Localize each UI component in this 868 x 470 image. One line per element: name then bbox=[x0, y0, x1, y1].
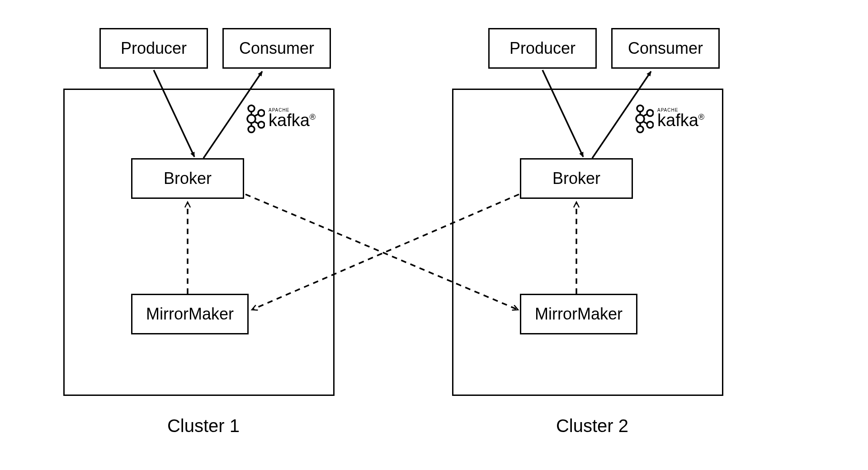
svg-line-8 bbox=[255, 122, 259, 124]
svg-point-10 bbox=[636, 115, 644, 123]
svg-line-16 bbox=[643, 114, 647, 116]
cluster1-label: Cluster 1 bbox=[154, 416, 253, 436]
svg-point-4 bbox=[258, 122, 264, 128]
kafka-main-text: kafka® bbox=[269, 111, 316, 130]
svg-point-13 bbox=[647, 122, 653, 128]
svg-point-12 bbox=[647, 110, 653, 116]
cluster2-container bbox=[452, 89, 723, 396]
cluster2-consumer-box: Consumer bbox=[611, 28, 720, 69]
broker-label: Broker bbox=[552, 169, 600, 188]
kafka-icon bbox=[634, 104, 654, 134]
kafka-logo-2: APACHE kafka® bbox=[634, 104, 704, 134]
mirror-label: MirrorMaker bbox=[535, 305, 623, 324]
producer-label: Producer bbox=[121, 39, 187, 58]
broker-label: Broker bbox=[164, 169, 212, 188]
cluster1-consumer-box: Consumer bbox=[222, 28, 331, 69]
svg-line-7 bbox=[255, 114, 259, 116]
svg-point-0 bbox=[248, 105, 255, 112]
mirror-label: MirrorMaker bbox=[146, 305, 234, 324]
diagram-canvas: Producer Consumer Broker MirrorMaker Pro… bbox=[0, 0, 868, 470]
cluster1-broker-box: Broker bbox=[131, 158, 244, 199]
cluster2-broker-box: Broker bbox=[520, 158, 633, 199]
cluster2-label: Cluster 2 bbox=[542, 416, 642, 436]
svg-point-9 bbox=[637, 105, 643, 112]
cluster1-container bbox=[63, 89, 335, 396]
svg-point-3 bbox=[258, 110, 264, 116]
cluster2-producer-box: Producer bbox=[488, 28, 597, 69]
consumer-label: Consumer bbox=[628, 39, 703, 58]
kafka-logo-1: APACHE kafka® bbox=[245, 104, 316, 134]
svg-point-11 bbox=[637, 126, 643, 132]
cluster2-mirror-box: MirrorMaker bbox=[520, 294, 637, 334]
cluster1-mirror-box: MirrorMaker bbox=[131, 294, 249, 334]
producer-label: Producer bbox=[509, 39, 576, 58]
cluster1-producer-box: Producer bbox=[99, 28, 208, 69]
svg-point-2 bbox=[248, 126, 255, 132]
kafka-text-wrap: APACHE kafka® bbox=[657, 108, 704, 130]
kafka-icon bbox=[245, 104, 265, 134]
svg-point-1 bbox=[247, 115, 255, 123]
svg-line-17 bbox=[643, 122, 647, 124]
kafka-text-wrap: APACHE kafka® bbox=[269, 108, 316, 130]
consumer-label: Consumer bbox=[239, 39, 314, 58]
kafka-main-text: kafka® bbox=[657, 111, 704, 130]
